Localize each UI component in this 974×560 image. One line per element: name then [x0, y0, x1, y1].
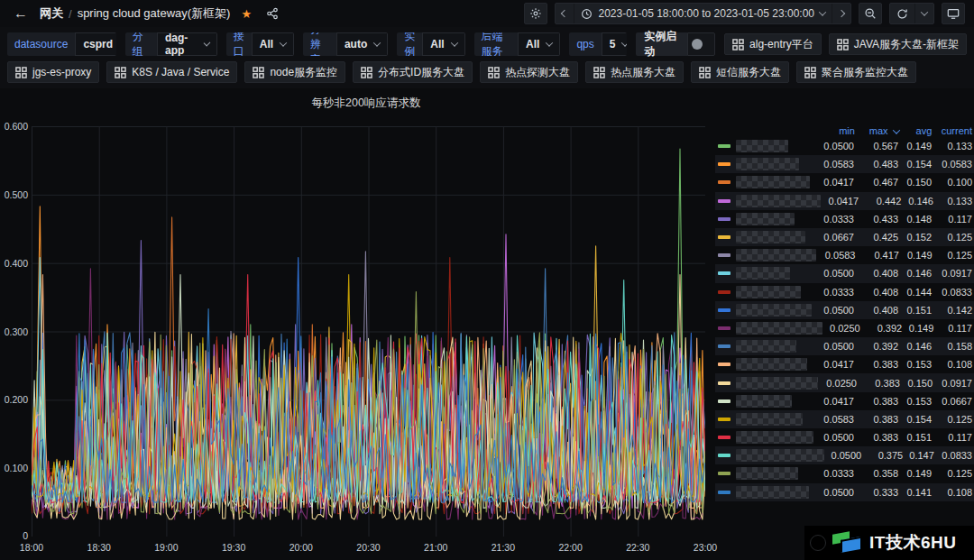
- variable-label-6[interactable]: qps: [569, 32, 601, 56]
- variable-label-3[interactable]: 分辨率: [303, 32, 336, 56]
- chart-plot-area[interactable]: [32, 126, 705, 537]
- series-name-blurred[interactable]: [736, 304, 812, 317]
- chevron-right-icon: [838, 10, 845, 17]
- variable-value-dropdown-4[interactable]: All: [422, 32, 464, 56]
- panel-title[interactable]: 每秒非200响应请求数: [0, 96, 732, 111]
- dash-link-4[interactable]: 热点探测大盘: [480, 61, 578, 83]
- variable-value-dropdown-6[interactable]: 5: [602, 32, 627, 56]
- refresh-interval-dropdown[interactable]: [914, 4, 933, 23]
- series-color-swatch[interactable]: [718, 180, 730, 184]
- series-color-swatch[interactable]: [718, 271, 730, 275]
- variable-value-dropdown-2[interactable]: All: [252, 32, 294, 56]
- variable-label-1[interactable]: 分组: [125, 32, 157, 56]
- series-name-blurred[interactable]: [736, 431, 813, 444]
- variable-0: datasourcecsprd: [7, 32, 116, 56]
- dash-link-3[interactable]: 分布式ID服务大盘: [353, 61, 473, 83]
- series-color-swatch[interactable]: [718, 144, 730, 148]
- variable-value-text: All: [260, 38, 273, 50]
- series-name-blurred[interactable]: [736, 413, 803, 426]
- series-name-blurred[interactable]: [736, 249, 816, 262]
- series-color-swatch[interactable]: [718, 454, 730, 457]
- legend-max-value: 0.483: [854, 159, 898, 170]
- series-name-blurred[interactable]: [736, 195, 821, 207]
- series-name-blurred[interactable]: [736, 231, 805, 243]
- series-color-swatch[interactable]: [718, 381, 730, 385]
- breadcrumb-folder[interactable]: 网关: [40, 5, 63, 22]
- dash-link-1[interactable]: K8S / Java / Service: [106, 61, 237, 83]
- series-color-swatch[interactable]: [718, 418, 730, 421]
- legend-current-value: 0.0833: [932, 287, 972, 298]
- dashboard-title[interactable]: spring cloud gateway(新框架): [78, 5, 231, 22]
- series-name-blurred[interactable]: [736, 158, 799, 170]
- series-name-blurred[interactable]: [736, 377, 818, 390]
- series-color-swatch[interactable]: [718, 199, 730, 203]
- series-color-swatch[interactable]: [718, 472, 730, 475]
- series-name-blurred[interactable]: [736, 449, 824, 462]
- series-color-swatch[interactable]: [718, 363, 730, 366]
- series-color-swatch[interactable]: [718, 290, 730, 294]
- series-name-blurred[interactable]: [736, 395, 792, 408]
- legend-col-max-sorted[interactable]: max: [855, 125, 899, 136]
- variable-label-4[interactable]: 实例: [397, 32, 422, 56]
- series-name-blurred[interactable]: [736, 286, 801, 298]
- top-link-label: alg-entry平台: [749, 37, 813, 52]
- series-name-blurred[interactable]: [736, 322, 822, 335]
- time-shift-back-button[interactable]: [556, 4, 574, 23]
- variable-value-dropdown-1[interactable]: dag-app: [157, 32, 217, 56]
- series-name-blurred[interactable]: [736, 340, 796, 353]
- legend-col-min[interactable]: min: [815, 125, 855, 136]
- series-color-swatch[interactable]: [718, 491, 730, 494]
- zoom-out-button[interactable]: [859, 3, 882, 24]
- series-color-swatch[interactable]: [718, 235, 730, 239]
- dash-link-7[interactable]: 聚合服务监控大盘: [796, 61, 916, 83]
- legend-avg-value: 0.150: [898, 177, 932, 188]
- tv-mode-button[interactable]: [942, 3, 965, 24]
- top-link-1[interactable]: JAVA服务大盘-新框架: [829, 33, 967, 55]
- star-icon[interactable]: ★: [241, 7, 252, 21]
- series-name-blurred[interactable]: [736, 486, 809, 499]
- apps-grid-icon: [253, 67, 264, 78]
- share-icon[interactable]: [266, 7, 279, 20]
- y-axis-tick: 0.300: [1, 326, 28, 337]
- series-color-swatch[interactable]: [718, 217, 730, 221]
- series-name-blurred[interactable]: [736, 467, 798, 480]
- variable-value-dropdown-0[interactable]: csprd: [75, 32, 115, 56]
- top-link-0[interactable]: alg-entry平台: [724, 33, 822, 55]
- series-color-swatch[interactable]: [718, 162, 730, 166]
- variable-value-text: All: [526, 38, 539, 50]
- series-name-blurred[interactable]: [736, 267, 790, 280]
- legend-avg-value: 0.146: [898, 268, 932, 279]
- timeseries-chart[interactable]: [32, 126, 705, 537]
- legend-col-avg[interactable]: avg: [899, 125, 933, 136]
- series-color-swatch[interactable]: [718, 253, 730, 257]
- series-name-blurred[interactable]: [736, 358, 807, 371]
- series-color-swatch[interactable]: [718, 326, 730, 330]
- series-color-swatch[interactable]: [718, 399, 730, 403]
- legend-avg-value: 0.147: [903, 450, 934, 461]
- variable-value-dropdown-3[interactable]: auto: [336, 32, 388, 56]
- legend-max-value: 0.417: [856, 250, 899, 261]
- time-range-button[interactable]: 2023-01-05 18:00:00 to 2023-01-05 23:00:…: [574, 4, 832, 23]
- dash-link-5[interactable]: 热点服务大盘: [585, 61, 684, 83]
- variable-label-2[interactable]: 接口: [226, 32, 252, 56]
- series-name-blurred[interactable]: [736, 140, 788, 152]
- legend-col-current[interactable]: current: [932, 125, 972, 136]
- instance-start-toggle[interactable]: [687, 32, 715, 56]
- series-name-blurred[interactable]: [736, 213, 795, 225]
- x-axis-tick: 20:00: [283, 542, 319, 553]
- apps-grid-icon: [361, 67, 372, 78]
- dash-link-6[interactable]: 短信服务大盘: [691, 61, 789, 83]
- variable-value-dropdown-5[interactable]: All: [518, 32, 560, 56]
- dash-link-0[interactable]: jgs-es-proxy: [7, 61, 99, 83]
- series-color-swatch[interactable]: [718, 436, 730, 439]
- variable-label-5[interactable]: 后端服务: [474, 32, 519, 56]
- series-color-swatch[interactable]: [718, 344, 730, 348]
- refresh-button[interactable]: [890, 4, 914, 23]
- time-shift-forward-button[interactable]: [832, 4, 850, 23]
- series-name-blurred[interactable]: [736, 176, 810, 188]
- dashboard-settings-button[interactable]: [524, 3, 547, 24]
- series-color-swatch[interactable]: [718, 308, 730, 312]
- variable-label-0[interactable]: datasource: [7, 32, 75, 56]
- dash-link-2[interactable]: node服务监控: [244, 61, 345, 83]
- back-button[interactable]: ←: [9, 4, 32, 23]
